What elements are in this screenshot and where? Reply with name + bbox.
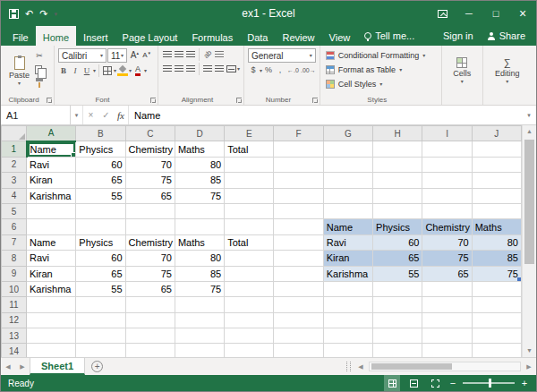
cell-I2[interactable] (422, 157, 472, 172)
zoom-out-button[interactable]: − (448, 378, 457, 388)
row-header-5[interactable]: 5 (2, 203, 27, 218)
fill-color-dropdown-icon[interactable]: ▾ (129, 68, 132, 73)
row-header-7[interactable]: 7 (2, 234, 27, 250)
cell-A1[interactable]: Name (27, 141, 76, 157)
cell-G2[interactable] (323, 157, 372, 172)
row-header-9[interactable]: 9 (2, 266, 27, 281)
cell-E3[interactable] (225, 173, 274, 188)
cell-C5[interactable] (125, 203, 175, 218)
row-header-1[interactable]: 1 (2, 141, 27, 157)
align-middle-icon[interactable] (174, 49, 184, 61)
cell-G13[interactable] (323, 328, 372, 344)
tab-file[interactable]: File (5, 26, 36, 46)
cell-F8[interactable] (274, 251, 323, 266)
cell-B5[interactable] (76, 203, 125, 218)
cell-G4[interactable] (323, 188, 372, 203)
tab-page-layout[interactable]: Page Layout (115, 26, 185, 46)
cell-H11[interactable] (373, 297, 422, 312)
cell-G6[interactable]: Name (323, 219, 372, 234)
sheet-next-icon[interactable]: ▶ (15, 358, 30, 375)
cell-G10[interactable] (323, 281, 372, 296)
cell-B10[interactable]: 55 (76, 281, 125, 296)
cell-D11[interactable] (175, 297, 224, 312)
cell-A3[interactable]: Kiran (27, 173, 76, 188)
align-top-icon[interactable] (162, 49, 173, 61)
tab-splitter-handle[interactable] (346, 362, 351, 371)
cell-D14[interactable] (175, 344, 224, 357)
cells-button[interactable]: Cells ▾ (446, 48, 479, 93)
cell-E13[interactable] (225, 328, 274, 344)
scroll-down-icon[interactable]: ▼ (523, 345, 536, 357)
column-header-I[interactable]: I (422, 126, 472, 141)
copy-icon[interactable] (34, 64, 45, 75)
font-color-dropdown-icon[interactable]: ▾ (144, 68, 147, 73)
cell-J12[interactable] (472, 312, 521, 328)
cell-H8[interactable]: 65 (373, 251, 422, 266)
comma-style-icon[interactable]: , (275, 64, 286, 76)
cell-B2[interactable]: 60 (76, 157, 125, 172)
cell-J8[interactable]: 85 (472, 251, 521, 266)
cell-F7[interactable] (274, 234, 323, 250)
cell-G11[interactable] (323, 297, 372, 312)
column-header-A[interactable]: A (27, 126, 76, 141)
vertical-scroll-thumb[interactable] (524, 140, 534, 264)
minimize-button[interactable]: ─ (456, 1, 482, 26)
cell-G9[interactable]: Karishma (323, 266, 372, 281)
cell-I4[interactable] (422, 188, 472, 203)
cell-G1[interactable] (323, 141, 372, 157)
fill-color-icon[interactable] (117, 65, 128, 77)
cell-H5[interactable] (373, 203, 422, 218)
cell-E10[interactable] (225, 281, 274, 296)
format-painter-icon[interactable] (34, 77, 45, 89)
column-header-B[interactable]: B (76, 126, 125, 141)
cell-G14[interactable] (323, 344, 372, 357)
cell-F11[interactable] (274, 297, 323, 312)
cell-I12[interactable] (422, 312, 472, 328)
cell-A10[interactable]: Karishma (27, 281, 76, 296)
tab-data[interactable]: Data (240, 26, 275, 46)
cell-E2[interactable] (225, 157, 274, 172)
cell-J3[interactable] (472, 173, 521, 188)
tell-me-box[interactable]: Tell me... (357, 26, 422, 46)
formula-bar-expand-icon[interactable]: ▾ (522, 106, 536, 124)
cell-D4[interactable]: 75 (175, 188, 224, 203)
column-header-F[interactable]: F (274, 126, 323, 141)
zoom-in-button[interactable]: + (520, 378, 529, 388)
row-header-3[interactable]: 3 (2, 173, 27, 188)
cell-F6[interactable] (274, 219, 323, 234)
zoom-slider-thumb[interactable] (489, 379, 491, 388)
percent-style-icon[interactable]: % (263, 64, 274, 76)
cell-H1[interactable] (373, 141, 422, 157)
cell-F12[interactable] (274, 312, 323, 328)
cell-D2[interactable]: 80 (175, 157, 224, 172)
cell-E9[interactable] (225, 266, 274, 281)
cell-E1[interactable]: Total (225, 141, 274, 157)
cell-B7[interactable]: Physics (76, 234, 125, 250)
orientation-icon[interactable]: ab (202, 49, 213, 61)
cell-H10[interactable] (373, 281, 422, 296)
cell-I3[interactable] (422, 173, 472, 188)
cell-B6[interactable] (76, 219, 125, 234)
cell-D7[interactable]: Maths (175, 234, 224, 250)
align-right-icon[interactable] (185, 64, 196, 75)
name-box[interactable]: A1 (1, 106, 71, 124)
cut-icon[interactable]: ✂ (34, 50, 45, 62)
cell-B3[interactable]: 65 (76, 173, 125, 188)
cell-B1[interactable]: Physics (76, 141, 125, 157)
tab-view[interactable]: View (322, 26, 358, 46)
cell-F13[interactable] (274, 328, 323, 344)
new-sheet-button[interactable]: + (91, 361, 103, 372)
page-break-view-icon[interactable] (427, 375, 443, 391)
cell-H9[interactable]: 55 (373, 266, 422, 281)
column-header-H[interactable]: H (373, 126, 422, 141)
merge-center-icon[interactable] (226, 64, 236, 75)
cell-E11[interactable] (225, 297, 274, 312)
bold-button[interactable]: B (58, 65, 69, 77)
cell-A8[interactable]: Ravi (27, 251, 76, 266)
cell-A5[interactable] (27, 203, 76, 218)
cell-C3[interactable]: 75 (125, 173, 175, 188)
redo-icon[interactable]: ↷ (39, 9, 47, 19)
cell-A14[interactable] (27, 344, 76, 357)
cell-I14[interactable] (422, 344, 472, 357)
cell-I7[interactable]: 70 (422, 234, 472, 250)
